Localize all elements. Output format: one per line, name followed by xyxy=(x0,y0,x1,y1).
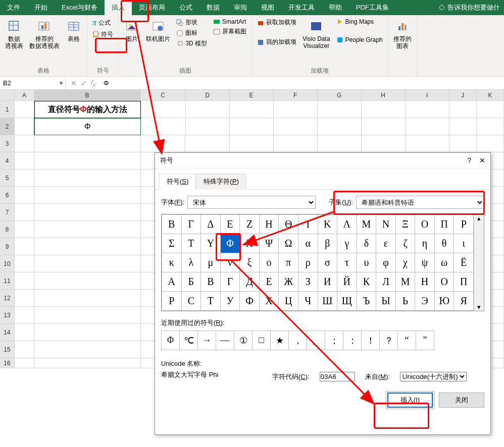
table-button[interactable]: 表格 xyxy=(64,17,84,66)
cell-A15[interactable] xyxy=(15,341,34,358)
cell-H1[interactable] xyxy=(362,101,406,118)
cell-B12[interactable] xyxy=(34,290,141,307)
char-cell[interactable]: Λ xyxy=(337,215,357,234)
char-cell[interactable]: Х xyxy=(259,292,279,311)
row-header-15[interactable]: 15 xyxy=(0,341,15,358)
cell-B11[interactable] xyxy=(34,272,141,290)
col-header-G[interactable]: G xyxy=(318,90,362,101)
row-header-12[interactable]: 12 xyxy=(0,290,15,307)
char-cell[interactable]: ν xyxy=(220,253,240,272)
scroll-up-icon[interactable]: ▴ xyxy=(477,214,481,222)
row-header-3[interactable]: 3 xyxy=(0,135,15,152)
char-cell[interactable]: υ xyxy=(357,253,376,272)
row-header-14[interactable]: 14 xyxy=(0,324,15,341)
cell-A4[interactable] xyxy=(15,152,34,170)
cell-A11[interactable] xyxy=(15,272,34,290)
char-cell[interactable]: Ы xyxy=(376,292,396,311)
char-cell[interactable]: Σ xyxy=(162,234,182,253)
close-button[interactable]: 关闭 xyxy=(439,393,484,408)
char-cell[interactable]: Η xyxy=(259,215,279,234)
recent-char[interactable]: □ xyxy=(253,331,271,350)
char-cell[interactable]: Т xyxy=(201,292,221,311)
screenshot-button[interactable]: 屏幕截图 xyxy=(211,26,248,37)
row-header-11[interactable]: 11 xyxy=(0,272,15,290)
cell-C2[interactable] xyxy=(141,118,186,135)
formula-button[interactable]: π公式 xyxy=(90,17,115,28)
recent-char[interactable]: ： xyxy=(343,331,362,350)
char-cell[interactable]: α xyxy=(298,234,318,253)
cell-A13[interactable] xyxy=(15,307,34,324)
char-cell[interactable]: Ζ xyxy=(240,215,260,234)
char-cell[interactable]: А xyxy=(162,272,182,292)
row-header-13[interactable]: 13 xyxy=(0,307,15,324)
char-cell[interactable]: ψ xyxy=(415,253,435,272)
dialog-help-icon[interactable]: ? xyxy=(467,156,471,164)
recent-char[interactable]: ★ xyxy=(271,331,289,350)
cell-B10[interactable] xyxy=(34,255,141,272)
char-cell[interactable]: μ xyxy=(201,253,221,272)
char-cell[interactable]: Ё xyxy=(454,253,474,272)
cell-E1[interactable] xyxy=(230,101,274,118)
char-cell[interactable]: ε xyxy=(376,234,396,253)
formula-input[interactable]: Φ xyxy=(100,79,504,87)
visio-button[interactable]: Visio DataVisualizer xyxy=(300,17,332,66)
char-cell[interactable]: У xyxy=(220,292,240,311)
char-cell[interactable]: ρ xyxy=(298,253,318,272)
char-cell[interactable]: Τ xyxy=(181,234,201,253)
row-header-5[interactable]: 5 xyxy=(0,170,15,187)
char-cell[interactable]: Π xyxy=(434,215,454,234)
char-cell[interactable]: Ч xyxy=(298,292,318,311)
recent-char[interactable]: ” xyxy=(416,331,434,350)
tell-me[interactable]: 告诉我你想要做什 xyxy=(438,0,504,15)
bingmaps-button[interactable]: Bing Maps xyxy=(334,17,385,26)
smartart-button[interactable]: SmartArt xyxy=(211,17,248,26)
cell-K1[interactable] xyxy=(477,101,504,118)
char-cell[interactable]: Ф xyxy=(240,292,260,311)
recent-char[interactable]: “ xyxy=(398,331,416,350)
char-cell[interactable]: χ xyxy=(395,253,415,272)
char-cell[interactable]: Ж xyxy=(279,272,298,292)
cell-E3[interactable] xyxy=(230,135,274,152)
tab-2[interactable]: Excel与财务 xyxy=(55,0,105,15)
char-cell[interactable]: β xyxy=(318,234,337,253)
row-header-7[interactable]: 7 xyxy=(0,204,15,221)
cell-B5[interactable] xyxy=(34,170,141,187)
char-cell[interactable]: Я xyxy=(454,292,474,311)
char-cell[interactable]: Ι xyxy=(298,215,318,234)
char-cell[interactable]: Р xyxy=(162,292,182,311)
fx-icon[interactable]: fx xyxy=(91,79,95,88)
char-cell[interactable]: γ xyxy=(337,234,357,253)
cell-A16[interactable] xyxy=(15,358,34,368)
cell-B9[interactable] xyxy=(34,238,141,255)
cell-D2[interactable] xyxy=(186,118,230,135)
recent-char[interactable]: — xyxy=(216,331,234,350)
cell-D1[interactable] xyxy=(186,101,230,118)
col-header-K[interactable]: K xyxy=(477,90,504,101)
char-cell[interactable]: К xyxy=(357,272,376,292)
cell-F2[interactable] xyxy=(274,118,318,135)
recent-char[interactable]: ， xyxy=(289,331,307,350)
cell-A1[interactable] xyxy=(15,101,34,118)
tab-0[interactable]: 文件 xyxy=(0,0,27,15)
char-cell[interactable]: Χ xyxy=(240,234,260,253)
cell-E2[interactable] xyxy=(230,118,274,135)
cell-C3[interactable] xyxy=(141,135,186,152)
recent-char[interactable]: ； xyxy=(325,331,343,350)
online-picture-button[interactable]: 联机图片 xyxy=(144,17,172,66)
recommended-charts-button[interactable]: 推荐的图表 xyxy=(391,17,414,74)
row-header-8[interactable]: 8 xyxy=(0,221,15,238)
char-cell[interactable]: Ξ xyxy=(395,215,415,234)
cancel-icon[interactable]: ✕ xyxy=(71,79,77,87)
from-select[interactable]: Unicode(十六进制) xyxy=(400,372,467,381)
char-cell[interactable]: С xyxy=(181,292,201,311)
char-cell[interactable]: Δ xyxy=(201,215,221,234)
char-cell[interactable]: Л xyxy=(376,272,396,292)
cell-B7[interactable] xyxy=(34,204,141,221)
cell-A3[interactable] xyxy=(15,135,34,152)
cell-K3[interactable] xyxy=(477,135,504,152)
cell-A8[interactable] xyxy=(15,221,34,238)
row-header-16[interactable]: 16 xyxy=(0,358,15,368)
cell-I2[interactable] xyxy=(406,118,449,135)
char-cell[interactable]: σ xyxy=(318,253,337,272)
char-cell[interactable]: Ρ xyxy=(454,215,474,234)
